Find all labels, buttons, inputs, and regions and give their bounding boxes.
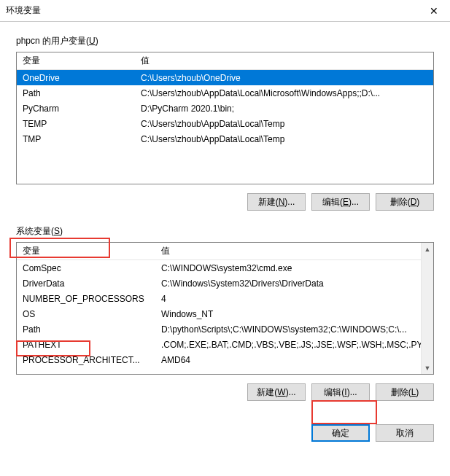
table-row[interactable]: Path D:\python\Scripts\;C:\WINDOWS\syste… xyxy=(17,321,433,337)
column-header-variable[interactable]: 变量 xyxy=(17,243,155,260)
user-variables-table: 变量 值 OneDrive C:\Users\zhoub\OneDrive Pa… xyxy=(16,52,434,184)
column-header-variable[interactable]: 变量 xyxy=(17,52,135,70)
table-row[interactable]: DriverData C:\Windows\System32\Drivers\D… xyxy=(17,276,433,291)
chevron-down-icon[interactable]: ▼ xyxy=(422,362,433,374)
user-variables-label: phpcn 的用户变量(U) xyxy=(16,35,98,47)
user-edit-button[interactable]: 编辑(E)... xyxy=(311,193,370,211)
system-table-body: ComSpec C:\WINDOWS\system32\cmd.exe Driv… xyxy=(17,260,433,367)
close-button[interactable]: ✕ xyxy=(417,0,450,22)
user-table-header: 变量 值 xyxy=(17,52,433,70)
system-table-header: 变量 值 xyxy=(17,243,433,260)
system-table-scrollbar[interactable]: ▲ ▼ xyxy=(421,243,433,374)
system-delete-button[interactable]: 删除(L) xyxy=(376,383,434,401)
system-buttons-row: 新建(W)... 编辑(I)... 删除(L) xyxy=(16,383,434,401)
dialog-footer: 确定 取消 xyxy=(0,414,450,453)
user-delete-button[interactable]: 删除(D) xyxy=(376,193,434,211)
table-row[interactable]: NUMBER_OF_PROCESSORS 4 xyxy=(17,291,433,306)
table-row[interactable]: TMP C:\Users\zhoub\AppData\Local\Temp xyxy=(17,131,433,147)
titlebar: 环境变量 ✕ xyxy=(0,0,450,22)
user-buttons-row: 新建(N)... 编辑(E)... 删除(D) xyxy=(16,193,434,211)
close-icon: ✕ xyxy=(430,5,438,17)
column-header-value[interactable]: 值 xyxy=(155,243,433,260)
ok-button[interactable]: 确定 xyxy=(311,424,370,442)
column-header-value[interactable]: 值 xyxy=(135,52,433,70)
user-new-button[interactable]: 新建(N)... xyxy=(247,193,306,211)
scroll-track[interactable] xyxy=(422,255,433,362)
system-new-button[interactable]: 新建(W)... xyxy=(247,383,306,401)
system-variables-label: 系统变量(S) xyxy=(16,225,63,238)
system-edit-button[interactable]: 编辑(I)... xyxy=(311,383,370,401)
window-title: 环境变量 xyxy=(6,4,41,17)
dialog-body: phpcn 的用户变量(U) 变量 值 OneDrive C:\Users\zh… xyxy=(0,22,450,414)
table-row[interactable]: OS Windows_NT xyxy=(17,306,433,321)
chevron-up-icon[interactable]: ▲ xyxy=(422,243,433,255)
table-row[interactable]: Path C:\Users\zhoub\AppData\Local\Micros… xyxy=(17,85,433,101)
system-variables-table: 变量 值 ComSpec C:\WINDOWS\system32\cmd.exe… xyxy=(16,242,434,375)
user-table-body: OneDrive C:\Users\zhoub\OneDrive Path C:… xyxy=(17,70,433,147)
table-row[interactable]: ComSpec C:\WINDOWS\system32\cmd.exe xyxy=(17,260,433,276)
table-row[interactable]: TEMP C:\Users\zhoub\AppData\Local\Temp xyxy=(17,116,433,131)
cancel-button[interactable]: 取消 xyxy=(376,424,434,442)
table-row[interactable]: PROCESSOR_ARCHITECT... AMD64 xyxy=(17,352,433,367)
table-row[interactable]: PyCharm D:\PyCharm 2020.1\bin; xyxy=(17,101,433,116)
table-row[interactable]: PATHEXT .COM;.EXE;.BAT;.CMD;.VBS;.VBE;.J… xyxy=(17,337,433,352)
table-row[interactable]: OneDrive C:\Users\zhoub\OneDrive xyxy=(17,70,433,85)
